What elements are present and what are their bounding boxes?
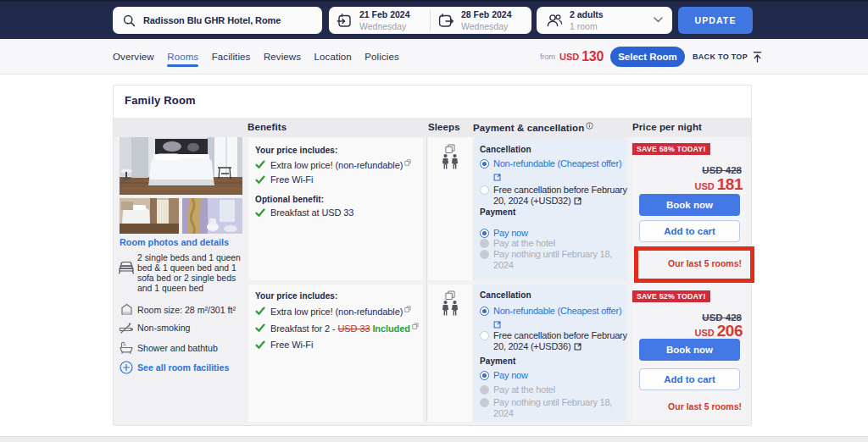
from-price: from USD 130 [540, 39, 604, 75]
radio-selected[interactable] [480, 371, 489, 380]
checkin-day: Wednesday [359, 22, 410, 31]
bathtub-row: Shower and bathtub [118, 341, 218, 354]
payment-option-label: Pay nothing until February 18, 2024 [493, 249, 627, 271]
benefit-item: Extra low price! (non-refundable) [255, 306, 411, 317]
check-icon [255, 323, 265, 333]
check-icon [255, 160, 265, 169]
optional-benefit-label: Optional benefit: [255, 195, 324, 204]
column-headers: Benefits Sleeps Payment & cancellation P… [114, 118, 751, 137]
payment-header-label: Payment & cancellation [473, 123, 584, 133]
current-price: USD 181 [695, 175, 743, 194]
person-icon [442, 154, 449, 169]
payment-option-label: Pay now [493, 370, 627, 381]
cancellation-option-free[interactable]: Free cancellation before February 20, 20… [480, 330, 627, 352]
old-price: USD 428 [702, 165, 742, 175]
chevron-down-icon [654, 17, 663, 23]
price-amount: 181 [717, 175, 743, 194]
external-link-icon[interactable] [493, 174, 501, 181]
payment-option-label: Pay at the hotel [493, 238, 627, 249]
payment-option-paylater[interactable]: Pay nothing until February 18, 2024 [480, 249, 627, 271]
radio-unselected[interactable] [480, 185, 489, 195]
cancellation-label: Cancellation [480, 145, 531, 154]
hotel-search-field[interactable]: Radisson Blu GHR Hotel, Rome [113, 7, 322, 34]
details-popup-icon [404, 306, 411, 312]
tab-facilities[interactable]: Facilities [212, 39, 251, 75]
bed-configuration: 2 single beds and 1 queen bed & 1 queen … [118, 253, 244, 294]
book-now-button[interactable]: Book now [639, 194, 740, 216]
bathtub-label: Shower and bathtub [137, 343, 218, 353]
person-icon [452, 301, 459, 316]
external-link-icon[interactable] [493, 321, 501, 329]
occupancy-pages-icon [445, 290, 455, 301]
hotel-nav-bar: Overview Rooms Facilities Reviews Locati… [0, 39, 868, 75]
cancellation-option-nonrefundable[interactable]: Non-refundable (Cheapest offer) [480, 306, 627, 332]
radio-disabled [480, 398, 489, 407]
benefit-item: Breakfast at USD 33 [255, 207, 353, 218]
search-icon [123, 14, 136, 27]
includes-label: Your price includes: [255, 146, 337, 155]
includes-label: Your price includes: [255, 291, 337, 301]
radio-selected[interactable] [480, 159, 489, 169]
cancellation-option-label: Free cancellation before February 20, 20… [493, 185, 627, 206]
external-link-icon[interactable] [574, 197, 581, 205]
top-search-bar: Radisson Blu GHR Hotel, Rome 21 Feb 2024… [0, 0, 868, 39]
save-badge: SAVE 52% TODAY! [632, 290, 710, 302]
add-to-cart-button[interactable]: Add to cart [639, 220, 740, 242]
checkout-date-field[interactable]: 28 Feb 2024 Wednesday [431, 7, 531, 34]
guests-selector[interactable]: 2 adults 1 room [537, 7, 672, 34]
benefit-item: Breakfast for 2 - USD 33 Included [255, 323, 419, 334]
sleeps-occupancy [442, 301, 459, 316]
radio-disabled [480, 385, 489, 395]
benefit-included-text: Included [372, 323, 409, 334]
guests-rooms: 1 room [570, 22, 604, 31]
tab-policies[interactable]: Policies [364, 39, 398, 75]
check-icon [255, 208, 265, 218]
tab-location[interactable]: Location [314, 39, 352, 75]
add-to-cart-button[interactable]: Add to cart [639, 368, 740, 390]
radio-unselected[interactable] [480, 331, 489, 340]
price-header: Price per night [632, 122, 702, 132]
room-title: Family Room [125, 94, 196, 107]
tab-overview[interactable]: Overview [113, 39, 154, 75]
benefit-text: Free Wi-Fi [270, 340, 313, 350]
payment-option-paylater[interactable]: Pay nothing until February 18, 2024 [480, 397, 627, 419]
hotel-tabs: Overview Rooms Facilities Reviews Locati… [113, 39, 399, 75]
select-room-button[interactable]: Select Room [610, 47, 685, 67]
see-all-facilities-label[interactable]: See all room facilities [137, 362, 229, 373]
room-photo-thumb-2[interactable] [182, 198, 242, 234]
person-icon [452, 154, 459, 169]
benefit-text: Extra low price! (non-refundable) [270, 160, 403, 170]
see-all-facilities-link[interactable]: See all room facilities [118, 361, 229, 374]
payment-option-hotel[interactable]: Pay at the hotel [480, 384, 627, 395]
checkin-date-field[interactable]: 21 Feb 2024 Wednesday [329, 7, 430, 34]
cancellation-option-free[interactable]: Free cancellation before February 20, 20… [480, 185, 627, 207]
check-icon [255, 307, 265, 316]
book-now-button[interactable]: Book now [639, 339, 740, 361]
room-photo-main[interactable] [120, 137, 242, 195]
checkout-calendar-icon [438, 13, 454, 29]
checkin-date: 21 Feb 2024 [359, 10, 410, 19]
save-badge: SAVE 58% TODAY! [632, 143, 710, 155]
radio-selected[interactable] [480, 307, 489, 316]
offer1-payment-cell: Cancellation Non-refundable (Cheapest of… [473, 137, 627, 280]
radio-selected[interactable] [480, 229, 489, 238]
room-photos-link[interactable]: Room photos and details [120, 237, 229, 247]
offer2-price-cell: SAVE 52% TODAY! USD 428 USD 206 Book now… [632, 285, 746, 422]
external-link-icon[interactable] [574, 343, 581, 351]
update-button[interactable]: UPDATE [678, 7, 753, 34]
benefit-strike-price: USD 33 [338, 323, 370, 334]
payment-header: Payment & cancellation [473, 122, 593, 133]
payment-option-hotel[interactable]: Pay at the hotel [480, 238, 627, 249]
cancellation-option-nonrefundable[interactable]: Non-refundable (Cheapest offer) [480, 158, 627, 185]
from-label: from [540, 52, 555, 61]
benefit-text: Free Wi-Fi [270, 174, 313, 185]
tab-reviews[interactable]: Reviews [264, 39, 301, 75]
payment-option-paynow[interactable]: Pay now [480, 370, 627, 381]
benefit-text: Breakfast at USD 33 [270, 207, 353, 218]
tab-rooms[interactable]: Rooms [167, 39, 198, 75]
room-size-label: Room size: 28 m²/301 ft² [137, 305, 236, 315]
urgency-message: Our last 5 rooms! [668, 401, 742, 412]
room-photo-thumb-1[interactable] [120, 198, 179, 234]
back-to-top-button[interactable]: BACK TO TOP [693, 39, 763, 75]
payment-label: Payment [480, 207, 515, 217]
